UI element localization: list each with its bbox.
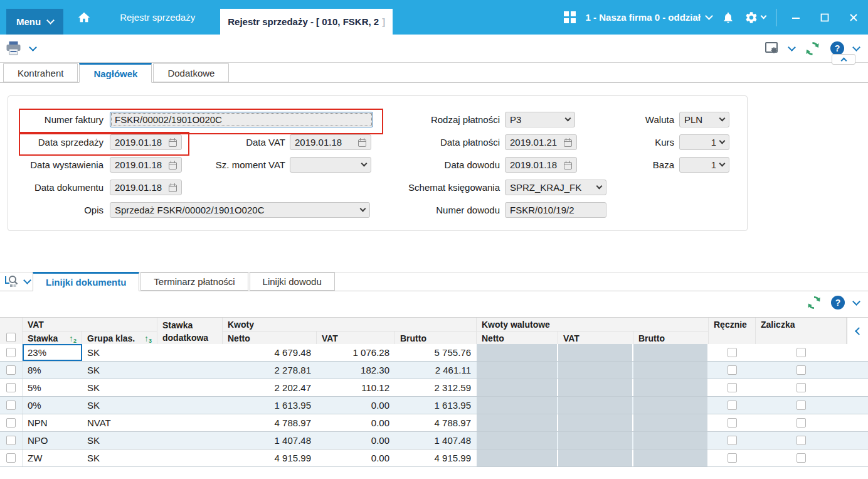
row-select-cell[interactable] — [0, 344, 23, 361]
cell-grupa-klas[interactable]: SK — [82, 397, 157, 414]
cell-vat[interactable]: 0.00 — [317, 449, 395, 466]
sort-asc-icon[interactable]: ↑3 — [144, 333, 152, 343]
cell-stawka[interactable]: NPN — [23, 414, 82, 431]
cell-recznie[interactable] — [709, 379, 756, 396]
cell-zaliczka[interactable] — [756, 344, 847, 361]
tab-kontrahent[interactable]: Kontrahent — [3, 63, 78, 82]
data-platnosci-input[interactable]: 2019.01.21 — [505, 134, 577, 150]
cell-zaliczka[interactable] — [756, 362, 847, 379]
cell-recznie[interactable] — [709, 432, 756, 449]
col-netto[interactable]: Netto — [223, 331, 317, 345]
table-row[interactable]: NPN NVAT 4 788.97 0.00 4 788.97 — [0, 414, 868, 432]
row-select-cell[interactable] — [0, 379, 23, 396]
col-walutowe-brutto[interactable]: Brutto — [633, 331, 709, 345]
col-stawka[interactable]: Stawka ↑2 — [23, 331, 82, 345]
cell-netto[interactable]: 2 202.47 — [223, 379, 317, 396]
menu-button[interactable]: Menu — [6, 9, 63, 35]
row-checkbox[interactable] — [6, 436, 16, 445]
cell-stawka-dodatkowa[interactable] — [157, 414, 223, 431]
table-row[interactable]: ZW SK 4 915.99 0.00 4 915.99 — [0, 449, 868, 467]
kurs-select[interactable]: 1 — [679, 134, 729, 150]
recznie-checkbox[interactable] — [728, 365, 737, 375]
calendar-icon[interactable] — [564, 161, 572, 170]
cell-vat[interactable]: 110.12 — [317, 379, 395, 396]
cell-brutto[interactable]: 4 788.97 — [395, 414, 477, 431]
cell-brutto[interactable]: 4 915.99 — [395, 449, 477, 466]
waluta-select[interactable]: PLN — [679, 112, 729, 127]
cell-zaliczka[interactable] — [756, 449, 847, 466]
row-checkbox[interactable] — [6, 365, 16, 375]
numer-faktury-input[interactable]: FSKR/00002/1901O020C — [110, 112, 373, 127]
numer-dowodu-input[interactable]: FSKR/010/19/2 — [505, 202, 606, 218]
cell-brutto[interactable]: 2 312.59 — [395, 379, 477, 396]
table-row[interactable]: 23% SK 4 679.48 1 076.28 5 755.76 — [0, 344, 868, 362]
cell-vat[interactable]: 0.00 — [317, 432, 395, 449]
zaliczka-checkbox[interactable] — [797, 365, 806, 375]
cell-netto[interactable]: 1 407.48 — [223, 432, 317, 449]
close-button[interactable] — [844, 8, 863, 27]
recznie-checkbox[interactable] — [728, 453, 737, 463]
row-select-cell[interactable] — [0, 397, 23, 414]
printer-icon[interactable] — [5, 41, 22, 56]
table-row[interactable]: NPO SK 1 407.48 0.00 1 407.48 — [0, 432, 868, 449]
cell-recznie[interactable] — [709, 362, 756, 379]
cell-grupa-klas[interactable]: SK — [82, 432, 157, 449]
col-group-vat[interactable]: VAT — [23, 318, 157, 331]
settings-menu[interactable] — [744, 11, 766, 24]
recznie-checkbox[interactable] — [728, 383, 737, 392]
col-brutto[interactable]: Brutto — [395, 331, 477, 345]
cell-stawka[interactable]: 0% — [23, 397, 82, 414]
cell-zaliczka[interactable] — [756, 414, 847, 431]
window-settings-icon[interactable] — [765, 41, 780, 55]
cell-netto[interactable]: 4 915.99 — [223, 449, 317, 466]
zaliczka-checkbox[interactable] — [797, 418, 806, 428]
col-grupa-klas[interactable]: Grupa klas. ↑3 — [82, 331, 157, 345]
cell-recznie[interactable] — [709, 397, 756, 414]
cell-vat[interactable]: 0.00 — [317, 397, 395, 414]
zaliczka-checkbox[interactable] — [797, 401, 806, 410]
row-select-cell[interactable] — [0, 414, 23, 431]
data-dokumentu-input[interactable]: 2019.01.18 — [110, 180, 182, 195]
col-walutowe-vat[interactable]: VAT — [558, 331, 633, 345]
cell-netto[interactable]: 1 613.95 — [223, 397, 317, 414]
view-options-chevron-icon[interactable] — [788, 43, 796, 51]
row-checkbox[interactable] — [6, 418, 16, 428]
minimize-button[interactable] — [786, 8, 805, 27]
calendar-icon[interactable] — [564, 138, 572, 147]
col-group-kwoty-walutowe[interactable]: Kwoty walutowe — [477, 318, 709, 331]
cell-stawka[interactable]: 5% — [23, 379, 82, 396]
help-chevron-icon[interactable] — [852, 298, 860, 306]
cell-brutto[interactable]: 2 461.11 — [395, 362, 477, 379]
tab-naglowek[interactable]: Nagłówek — [79, 63, 152, 83]
data-vat-input[interactable]: 2019.01.18 — [290, 134, 371, 150]
zaliczka-checkbox[interactable] — [797, 348, 806, 357]
cell-recznie[interactable] — [709, 449, 756, 466]
table-row[interactable]: 8% SK 2 278.81 182.30 2 461.11 — [0, 362, 868, 379]
cell-zaliczka[interactable] — [756, 432, 847, 449]
cell-grupa-klas[interactable]: SK — [82, 344, 157, 361]
cell-brutto[interactable]: 1 407.48 — [395, 432, 477, 449]
cell-vat[interactable]: 0.00 — [317, 414, 395, 431]
tab-dodatkowe[interactable]: Dodatkowe — [153, 63, 229, 82]
cell-grupa-klas[interactable]: NVAT — [82, 414, 157, 431]
recznie-checkbox[interactable] — [728, 401, 737, 410]
table-row[interactable]: 0% SK 1 613.95 0.00 1 613.95 — [0, 397, 868, 414]
search-data-tool[interactable] — [4, 274, 30, 288]
zaliczka-checkbox[interactable] — [797, 383, 806, 392]
schemat-ksiegowania-select[interactable]: SPRZ_KRAJ_FK — [505, 180, 606, 195]
select-all-checkbox[interactable] — [6, 333, 16, 342]
cell-grupa-klas[interactable]: SK — [82, 362, 157, 379]
data-sprzedazy-input[interactable]: 2019.01.18 — [110, 134, 182, 150]
cell-stawka[interactable]: 23% — [23, 344, 82, 361]
calendar-icon[interactable] — [169, 138, 177, 147]
cell-stawka-dodatkowa[interactable] — [157, 379, 223, 396]
bell-icon[interactable] — [722, 11, 734, 24]
opis-select[interactable]: Sprzedaż FSKR/00002/1901O020C — [110, 202, 370, 218]
cell-recznie[interactable] — [709, 414, 756, 431]
row-checkbox[interactable] — [6, 348, 16, 357]
help-chevron-icon[interactable] — [852, 43, 860, 51]
cell-stawka[interactable]: 8% — [23, 362, 82, 379]
print-options-chevron-icon[interactable] — [29, 43, 37, 51]
cell-grupa-klas[interactable]: SK — [82, 449, 157, 466]
row-select-cell[interactable] — [0, 449, 23, 466]
